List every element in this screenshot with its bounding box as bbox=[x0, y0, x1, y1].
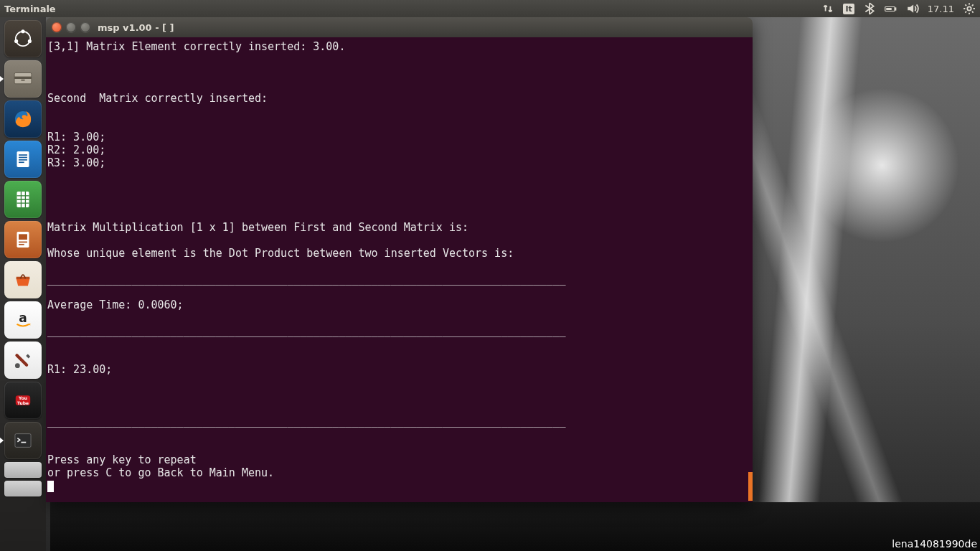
system-tray: It 17.11 bbox=[821, 2, 976, 15]
svg-rect-19 bbox=[19, 234, 27, 240]
svg-rect-16 bbox=[19, 161, 24, 163]
running-pip-icon bbox=[0, 438, 4, 443]
window-title: msp v1.00 - [ ] bbox=[98, 22, 174, 33]
terminal-scrollbar[interactable] bbox=[748, 472, 753, 501]
svg-rect-13 bbox=[19, 154, 27, 156]
svg-rect-2 bbox=[886, 8, 892, 10]
svg-rect-22 bbox=[17, 277, 30, 279]
svg-point-24 bbox=[15, 363, 20, 368]
launcher-dash[interactable] bbox=[4, 20, 42, 57]
launcher-calc[interactable] bbox=[4, 181, 42, 218]
keyboard-layout-indicator[interactable]: It bbox=[843, 4, 854, 14]
svg-rect-15 bbox=[19, 159, 27, 161]
svg-rect-1 bbox=[895, 8, 896, 10]
svg-text:You: You bbox=[18, 395, 27, 400]
svg-rect-28 bbox=[15, 434, 31, 448]
launcher-device-1[interactable] bbox=[4, 462, 42, 478]
svg-rect-14 bbox=[19, 157, 27, 159]
svg-text:a: a bbox=[19, 311, 27, 325]
launcher-device-2[interactable] bbox=[4, 481, 42, 496]
svg-point-3 bbox=[967, 6, 971, 10]
svg-rect-9 bbox=[14, 77, 32, 79]
svg-rect-29 bbox=[21, 442, 26, 443]
svg-rect-21 bbox=[19, 244, 24, 245]
window-maximize-button[interactable] bbox=[80, 22, 90, 32]
launcher-amazon[interactable]: a bbox=[4, 301, 42, 339]
bluetooth-icon[interactable] bbox=[863, 2, 876, 15]
launcher-settings[interactable] bbox=[4, 342, 42, 379]
svg-point-6 bbox=[28, 39, 32, 43]
launcher-files[interactable] bbox=[4, 60, 42, 98]
running-pip-icon bbox=[0, 76, 4, 82]
launcher-software-center[interactable] bbox=[4, 261, 42, 298]
terminal-window: msp v1.00 - [ ] [3,1] Matrix Element cor… bbox=[46, 17, 753, 502]
window-minimize-button[interactable] bbox=[66, 22, 76, 32]
active-app-name: Terminale bbox=[4, 4, 56, 14]
unity-launcher: a YouTube bbox=[0, 17, 46, 551]
desktop-wallpaper-bottom bbox=[50, 502, 980, 551]
svg-rect-10 bbox=[21, 80, 24, 81]
clock[interactable]: 17.11 bbox=[928, 4, 954, 14]
volume-icon[interactable] bbox=[906, 2, 919, 15]
wallpaper-credit: lena14081990de bbox=[892, 538, 977, 550]
terminal-body[interactable]: [3,1] Matrix Element correctly inserted:… bbox=[46, 37, 753, 502]
launcher-writer[interactable] bbox=[4, 141, 42, 178]
svg-point-4 bbox=[16, 32, 30, 46]
window-close-button[interactable] bbox=[52, 22, 62, 32]
launcher-terminal[interactable] bbox=[4, 422, 42, 459]
terminal-output: [3,1] Matrix Element correctly inserted:… bbox=[47, 40, 565, 479]
launcher-firefox[interactable] bbox=[4, 100, 42, 138]
svg-point-5 bbox=[21, 29, 24, 33]
launcher-youtube[interactable]: YouTube bbox=[4, 382, 42, 419]
svg-rect-20 bbox=[19, 242, 27, 243]
launcher-impress[interactable] bbox=[4, 221, 42, 258]
svg-text:Tube: Tube bbox=[17, 400, 29, 405]
battery-icon[interactable] bbox=[885, 2, 897, 15]
session-gear-icon[interactable] bbox=[963, 2, 976, 15]
window-titlebar[interactable]: msp v1.00 - [ ] bbox=[46, 17, 753, 37]
terminal-cursor bbox=[47, 481, 54, 492]
network-icon[interactable] bbox=[821, 2, 834, 15]
svg-point-7 bbox=[14, 39, 18, 43]
top-panel: Terminale It 17.11 bbox=[0, 0, 980, 17]
